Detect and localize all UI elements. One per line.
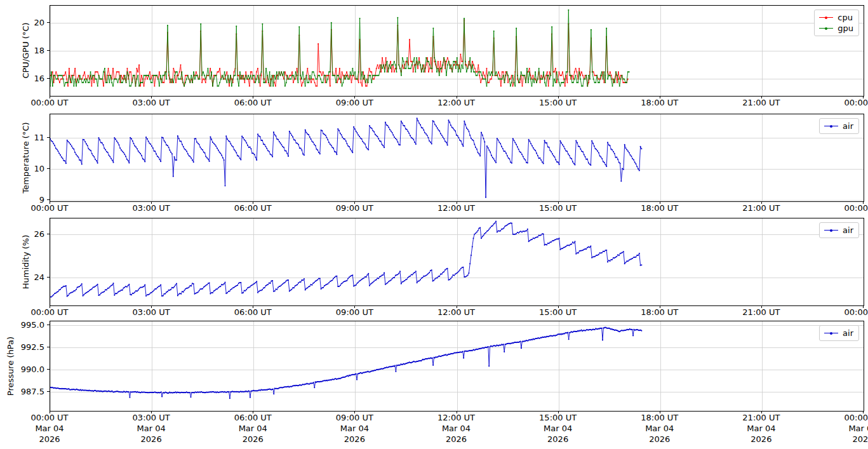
humidity-plot: air — [50, 218, 864, 306]
x-tick-label: 12:00 UT — [437, 203, 475, 213]
x-tick-mark — [457, 201, 457, 204]
x-date-year-label: 2026 — [547, 434, 568, 444]
x-date-label: Mar 04 — [137, 424, 166, 433]
legend-line-marker — [819, 17, 833, 18]
humidity-canvas — [50, 218, 864, 305]
x-date-label: Mar 04 — [35, 424, 63, 433]
legend-entry: air — [824, 328, 853, 338]
cpu-gpu-temperature-legend: cpugpu — [814, 10, 859, 36]
legend-label: air — [843, 328, 853, 338]
x-tick-mark — [253, 201, 253, 204]
y-tick-mark — [47, 369, 50, 370]
x-tick-label: 12:00 UT — [437, 98, 475, 107]
legend-entry: air — [824, 225, 853, 236]
x-tick-label: 09:00 UT — [336, 203, 373, 213]
x-date-label: Mar 04 — [340, 424, 369, 433]
x-tick-mark — [50, 305, 50, 308]
x-date-label: Mar 04 — [645, 424, 674, 433]
x-tick-mark — [660, 96, 660, 98]
humidity-axis-label: Humidity (%) — [21, 218, 30, 305]
y-tick-mark — [47, 50, 50, 51]
x-date-year-label: 2026 — [751, 434, 771, 444]
x-tick-label: 00:00 UT — [844, 413, 868, 422]
pressure-axis-label: Pressure (hPa) — [6, 321, 15, 411]
x-date-label: Mar 04 — [442, 424, 471, 433]
y-tick-mark — [47, 325, 50, 325]
pressure-legend: air — [819, 325, 859, 341]
legend-label: gpu — [838, 23, 853, 33]
x-tick-label: 15:00 UT — [539, 98, 577, 107]
x-date-year-label: 2026 — [649, 434, 670, 444]
x-tick-label: 06:00 UT — [234, 98, 272, 107]
x-tick-mark — [660, 411, 660, 413]
pressure-canvas — [50, 321, 864, 411]
x-tick-label: 00:00 UT — [30, 307, 68, 317]
x-tick-label: 21:00 UT — [742, 307, 780, 317]
y-tick-mark — [47, 234, 50, 234]
x-tick-label: 00:00 UT — [30, 413, 68, 422]
x-tick-label: 03:00 UT — [133, 98, 170, 107]
x-date-label: Mar 04 — [747, 424, 775, 433]
x-tick-mark — [253, 96, 253, 98]
x-date-label: Mar 04 — [239, 424, 267, 433]
x-tick-mark — [354, 305, 355, 308]
y-tick-mark — [47, 78, 50, 79]
legend-label: air — [843, 225, 853, 235]
x-tick-label: 06:00 UT — [234, 413, 272, 422]
x-tick-mark — [558, 96, 559, 98]
legend-label: air — [843, 121, 853, 131]
legend-label: cpu — [838, 13, 853, 22]
air-temperature-legend: air — [819, 118, 859, 134]
x-tick-mark — [863, 411, 864, 413]
x-date-year-label: 2026 — [141, 434, 162, 444]
x-tick-mark — [558, 305, 559, 308]
x-tick-label: 06:00 UT — [234, 307, 272, 317]
x-tick-mark — [253, 305, 253, 308]
x-tick-label: 06:00 UT — [234, 203, 272, 213]
x-tick-mark — [660, 201, 660, 204]
legend-dot-marker — [825, 17, 827, 19]
x-tick-mark — [354, 96, 355, 98]
cpu-gpu-temperature-axis-label: CPU/GPU (°C) — [21, 6, 30, 96]
x-date-label: Mar 04 — [544, 424, 572, 433]
x-tick-label: 18:00 UT — [641, 203, 678, 213]
legend-line-marker — [824, 126, 838, 126]
x-tick-mark — [50, 96, 50, 98]
air-temperature-axis-label: Temperature (°C) — [21, 114, 30, 201]
x-tick-mark — [761, 96, 762, 98]
x-tick-mark — [660, 305, 660, 308]
x-tick-label: 00:00 UT — [30, 203, 68, 213]
legend-line-marker — [824, 230, 838, 231]
y-tick-mark — [47, 199, 50, 200]
legend-entry: gpu — [819, 23, 853, 34]
x-tick-label: 00:00 UT — [30, 98, 68, 107]
legend-entry: air — [824, 121, 853, 131]
x-tick-mark — [151, 96, 152, 98]
x-tick-label: 15:00 UT — [539, 203, 577, 213]
cpu-gpu-temperature-canvas — [50, 6, 864, 96]
x-tick-mark — [457, 96, 457, 98]
air-temperature-canvas — [50, 114, 864, 201]
x-tick-label: 09:00 UT — [336, 98, 373, 107]
x-tick-mark — [457, 411, 457, 413]
sensor-timeseries-figure: cpugpu16182000:00 UT03:00 UT06:00 UT09:0… — [0, 0, 868, 449]
y-tick-mark — [47, 347, 50, 347]
x-tick-label: 00:00 UT — [844, 203, 868, 213]
cpu-gpu-temperature-plot: cpugpu — [50, 5, 864, 97]
x-tick-mark — [151, 411, 152, 413]
x-date-year-label: 2026 — [852, 434, 868, 444]
x-tick-mark — [151, 201, 152, 204]
legend-entry: cpu — [819, 12, 853, 23]
x-tick-label: 03:00 UT — [133, 203, 170, 213]
x-tick-mark — [457, 305, 457, 308]
x-tick-mark — [50, 201, 50, 204]
x-date-year-label: 2026 — [344, 434, 365, 444]
x-tick-label: 12:00 UT — [437, 307, 475, 317]
x-tick-label: 21:00 UT — [742, 98, 780, 107]
x-tick-mark — [558, 411, 559, 413]
x-tick-label: 18:00 UT — [641, 307, 678, 317]
x-tick-label: 18:00 UT — [641, 413, 678, 422]
legend-dot-marker — [825, 27, 827, 30]
pressure-plot: air — [50, 321, 864, 412]
x-tick-label: 03:00 UT — [133, 413, 170, 422]
